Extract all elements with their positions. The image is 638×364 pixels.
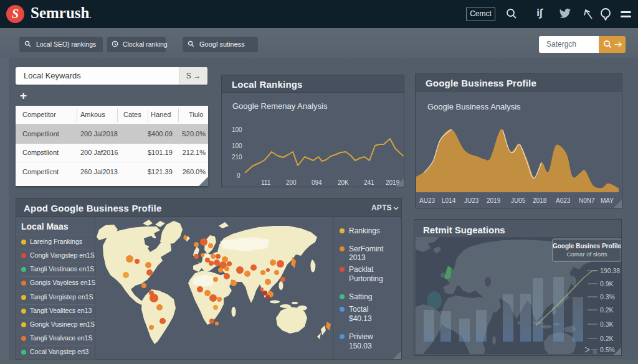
svg-text:L014: L014 (442, 197, 456, 204)
svg-text:Cornar of slorts: Cornar of slorts (567, 251, 607, 258)
svg-text:100: 100 (232, 126, 242, 133)
svg-text:111: 111 (261, 179, 271, 186)
svg-text:094: 094 (312, 179, 322, 186)
svg-text:0.3%: 0.3% (600, 293, 615, 301)
svg-text:100: 100 (232, 142, 242, 149)
svg-text:2018: 2018 (533, 197, 547, 204)
svg-text:200: 200 (286, 179, 297, 186)
svg-text:A023: A023 (556, 197, 571, 204)
svg-text:0.2K: 0.2K (600, 335, 614, 342)
svg-text:0.2K: 0.2K (600, 306, 614, 314)
svg-text:AU23: AU23 (419, 197, 435, 204)
svg-text:2019: 2019 (487, 197, 501, 204)
svg-text:20K: 20K (338, 179, 349, 186)
svg-text:Google Busines Profile: Google Busines Profile (553, 243, 621, 250)
svg-text:0: 0 (237, 172, 240, 179)
svg-text:JU23: JU23 (464, 197, 479, 204)
svg-text:JU05: JU05 (511, 197, 526, 204)
svg-text:190.38: 190.38 (600, 267, 620, 274)
svg-text:0.3K: 0.3K (600, 320, 614, 328)
svg-text:0.9K: 0.9K (600, 280, 614, 287)
svg-text:N0N7: N0N7 (579, 197, 595, 204)
svg-text:241: 241 (364, 179, 374, 186)
svg-text:MAY: MAY (601, 197, 614, 204)
svg-text:210: 210 (232, 154, 242, 161)
